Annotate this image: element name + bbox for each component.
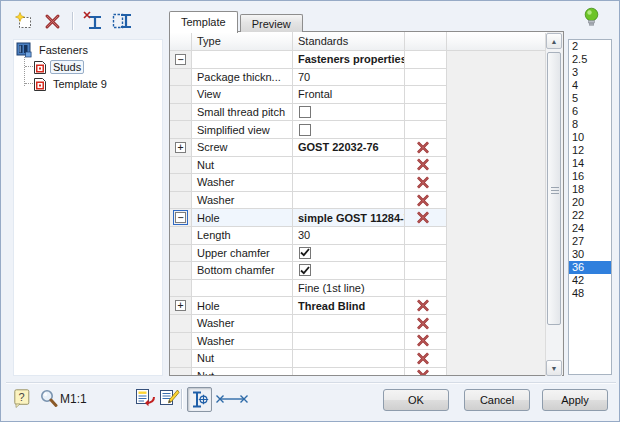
table-row[interactable]: Washer bbox=[170, 174, 547, 192]
table-row[interactable]: Washer bbox=[170, 333, 547, 351]
delete-row-icon[interactable] bbox=[405, 315, 447, 333]
delete-row-icon[interactable] bbox=[405, 209, 447, 227]
delete-row-icon[interactable] bbox=[405, 139, 447, 157]
delete-icon[interactable] bbox=[41, 9, 65, 33]
type-cell[interactable]: Washer bbox=[192, 174, 293, 192]
type-cell[interactable]: Washer bbox=[192, 333, 293, 351]
magnifier-icon[interactable] bbox=[40, 389, 58, 408]
size-list-item[interactable]: 3 bbox=[569, 66, 611, 79]
standards-cell[interactable]: 70 bbox=[293, 69, 405, 87]
type-cell[interactable]: View bbox=[192, 86, 293, 104]
header-standards[interactable]: Standards bbox=[293, 32, 405, 51]
collapse-icon[interactable]: − bbox=[175, 212, 186, 223]
table-row[interactable]: Washer bbox=[170, 315, 547, 333]
size-list-item[interactable]: 36 bbox=[569, 261, 611, 274]
scrollbar-thumb[interactable] bbox=[547, 52, 561, 325]
insert-point-icon[interactable] bbox=[187, 387, 212, 412]
type-cell[interactable]: Small thread pitch bbox=[192, 104, 293, 122]
type-cell[interactable]: Hole bbox=[192, 209, 293, 227]
size-list-item[interactable]: 6 bbox=[569, 105, 611, 118]
standards-cell[interactable] bbox=[293, 104, 405, 122]
standards-cell[interactable] bbox=[293, 315, 405, 333]
ok-button[interactable]: OK bbox=[383, 389, 449, 411]
size-list-item[interactable]: 18 bbox=[569, 183, 611, 196]
delete-row-icon[interactable] bbox=[405, 157, 447, 175]
size-list-item[interactable]: 8 bbox=[569, 118, 611, 131]
cancel-button[interactable]: Cancel bbox=[464, 389, 530, 411]
checkbox-unchecked-icon[interactable] bbox=[299, 124, 311, 136]
delete-row-icon[interactable] bbox=[405, 368, 447, 375]
standards-cell[interactable] bbox=[293, 192, 405, 210]
expand-icon[interactable]: + bbox=[175, 300, 186, 311]
size-list-item[interactable]: 42 bbox=[569, 274, 611, 287]
help-icon[interactable]: ? bbox=[14, 389, 31, 408]
size-list-item[interactable]: 27 bbox=[569, 235, 611, 248]
size-list-item[interactable]: 2 bbox=[569, 40, 611, 53]
grid-scrollbar[interactable]: ▲ ▼ bbox=[545, 33, 562, 376]
edit-size-icon[interactable] bbox=[110, 9, 134, 33]
size-list-item[interactable]: 2.5 bbox=[569, 53, 611, 66]
standards-cell[interactable] bbox=[293, 262, 405, 280]
expand-icon[interactable]: + bbox=[175, 142, 186, 153]
standards-cell[interactable]: Frontal bbox=[293, 86, 405, 104]
standards-cell[interactable]: Fine (1st line) bbox=[293, 280, 405, 298]
size-list-item[interactable]: 20 bbox=[569, 196, 611, 209]
standards-cell[interactable] bbox=[293, 333, 405, 351]
table-row[interactable]: −Holesimple GOST 11284-75 bbox=[170, 209, 547, 227]
standards-cell[interactable]: 30 bbox=[293, 227, 405, 245]
type-cell[interactable]: Washer bbox=[192, 192, 293, 210]
type-cell[interactable]: Bottom chamfer bbox=[192, 262, 293, 280]
standards-cell[interactable]: Fasteners properties bbox=[293, 51, 405, 69]
delete-row-icon[interactable] bbox=[405, 297, 447, 315]
tree-item-studs[interactable]: Studs bbox=[33, 59, 84, 75]
type-cell[interactable]: Nut bbox=[192, 350, 293, 368]
apply-button[interactable]: Apply bbox=[542, 389, 608, 411]
standards-cell[interactable] bbox=[293, 368, 405, 375]
table-row[interactable]: Simplified view bbox=[170, 121, 547, 139]
table-row[interactable]: Washer bbox=[170, 192, 547, 210]
table-row[interactable]: Small thread pitch bbox=[170, 104, 547, 122]
delete-row-icon[interactable] bbox=[405, 333, 447, 351]
table-row[interactable]: Length30 bbox=[170, 227, 547, 245]
table-row[interactable]: Nut bbox=[170, 157, 547, 175]
type-cell[interactable]: Washer bbox=[192, 315, 293, 333]
tab-preview[interactable]: Preview bbox=[240, 14, 303, 32]
size-list-item[interactable]: 22 bbox=[569, 209, 611, 222]
table-row[interactable]: Package thickn...70 bbox=[170, 69, 547, 87]
delete-size-icon[interactable] bbox=[81, 9, 105, 33]
standards-cell[interactable]: GOST 22032-76 bbox=[293, 139, 405, 157]
type-cell[interactable]: Hole bbox=[192, 297, 293, 315]
standards-cell[interactable]: Thread Blind bbox=[293, 297, 405, 315]
type-cell[interactable] bbox=[192, 51, 293, 69]
table-row[interactable]: +HoleThread Blind bbox=[170, 297, 547, 315]
table-row[interactable]: Bottom chamfer bbox=[170, 262, 547, 280]
standards-cell[interactable] bbox=[293, 157, 405, 175]
type-cell[interactable]: Screw bbox=[192, 139, 293, 157]
size-list-item[interactable]: 48 bbox=[569, 287, 611, 300]
type-cell[interactable]: Nut bbox=[192, 368, 293, 375]
size-list-item[interactable]: 16 bbox=[569, 170, 611, 183]
table-row[interactable]: ViewFrontal bbox=[170, 86, 547, 104]
delete-row-icon[interactable] bbox=[405, 192, 447, 210]
collapse-icon[interactable]: − bbox=[175, 54, 186, 65]
type-cell[interactable]: Upper chamfer bbox=[192, 245, 293, 263]
table-row[interactable]: +ScrewGOST 22032-76 bbox=[170, 139, 547, 157]
table-row[interactable]: Upper chamfer bbox=[170, 245, 547, 263]
table-row[interactable]: Fine (1st line) bbox=[170, 280, 547, 298]
type-cell[interactable] bbox=[192, 280, 293, 298]
size-list-item[interactable]: 10 bbox=[569, 131, 611, 144]
standards-cell[interactable] bbox=[293, 121, 405, 139]
checkbox-unchecked-icon[interactable] bbox=[299, 106, 311, 118]
standards-cell[interactable] bbox=[293, 174, 405, 192]
copy-properties-icon[interactable] bbox=[135, 388, 156, 408]
size-list[interactable]: 22.53456810121416182022242730364248 bbox=[568, 39, 612, 375]
table-row[interactable]: −Fasteners properties bbox=[170, 51, 547, 69]
scroll-down-icon[interactable]: ▼ bbox=[546, 360, 562, 376]
standards-cell[interactable]: simple GOST 11284-75 bbox=[293, 209, 405, 227]
edit-object-icon[interactable] bbox=[159, 388, 180, 408]
type-cell[interactable]: Length bbox=[192, 227, 293, 245]
size-list-item[interactable]: 12 bbox=[569, 144, 611, 157]
tree-item-fasteners[interactable]: Fasteners bbox=[16, 42, 91, 58]
type-cell[interactable]: Nut bbox=[192, 157, 293, 175]
checkbox-checked-icon[interactable] bbox=[299, 247, 311, 259]
